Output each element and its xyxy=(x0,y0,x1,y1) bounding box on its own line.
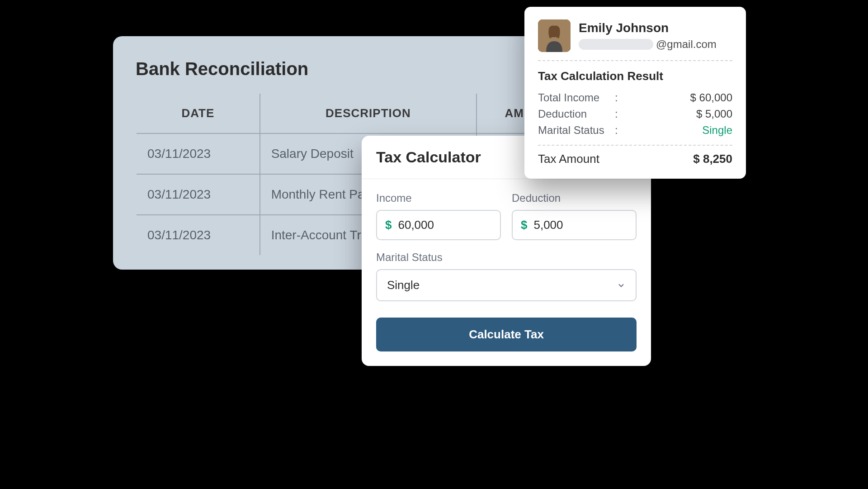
dollar-icon: $ xyxy=(521,218,527,232)
result-line-deduction: Deduction : $ 5,000 xyxy=(538,106,732,122)
avatar xyxy=(538,19,571,52)
income-label: Income xyxy=(376,192,501,204)
table-header-date: DATE xyxy=(136,93,260,133)
table-header-description: DESCRIPTION xyxy=(260,93,477,133)
bank-title: Bank Reconciliation xyxy=(136,59,588,79)
result-line-status: Marital Status : Single xyxy=(538,122,732,138)
cell-date: 03/11/2023 xyxy=(136,215,260,256)
profile-email: @gmail.com xyxy=(579,38,732,51)
email-domain: @gmail.com xyxy=(656,38,717,51)
chevron-down-icon xyxy=(617,281,626,290)
profile-name: Emily Johnson xyxy=(579,21,732,35)
result-tax-amount: Tax Amount $ 8,250 xyxy=(538,152,732,166)
income-value: 60,000 xyxy=(398,218,434,232)
marital-status-select[interactable]: Single xyxy=(376,269,637,301)
result-line-income: Total Income : $ 60,000 xyxy=(538,90,732,106)
cell-date: 03/11/2023 xyxy=(136,133,260,174)
dollar-icon: $ xyxy=(385,218,392,232)
deduction-input[interactable]: $ 5,000 xyxy=(512,210,637,240)
deduction-label: Deduction xyxy=(512,192,637,204)
marital-status-label: Marital Status xyxy=(376,251,637,264)
cell-date: 03/11/2023 xyxy=(136,174,260,215)
tax-result-card: Emily Johnson @gmail.com Tax Calculation… xyxy=(524,7,746,179)
income-input[interactable]: $ 60,000 xyxy=(376,210,501,240)
result-title: Tax Calculation Result xyxy=(538,69,732,83)
calculate-tax-button[interactable]: Calculate Tax xyxy=(376,318,637,351)
email-redacted xyxy=(579,39,653,50)
marital-status-value: Single xyxy=(387,278,420,292)
deduction-value: 5,000 xyxy=(533,218,563,232)
